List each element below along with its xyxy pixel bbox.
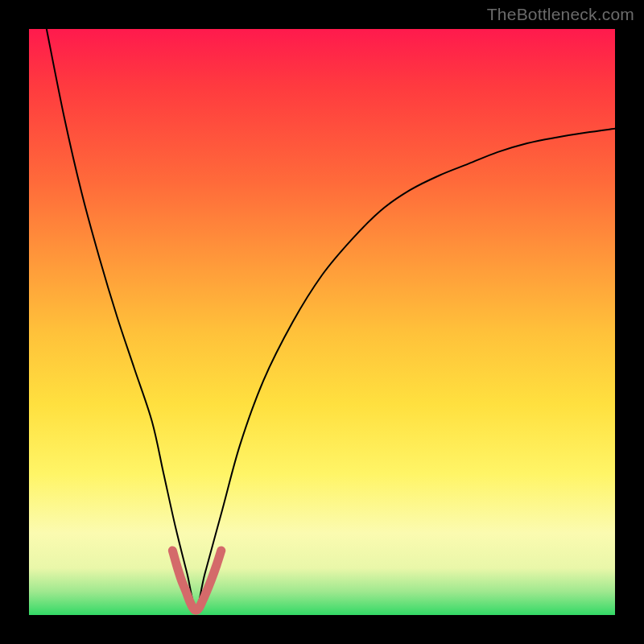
chart-svg — [29, 29, 615, 615]
bottleneck-curve — [47, 29, 615, 609]
highlight-near-minimum — [172, 551, 221, 610]
chart-frame: TheBottleneck.com — [0, 0, 644, 644]
plot-area — [29, 29, 615, 615]
watermark-text: TheBottleneck.com — [487, 5, 634, 24]
